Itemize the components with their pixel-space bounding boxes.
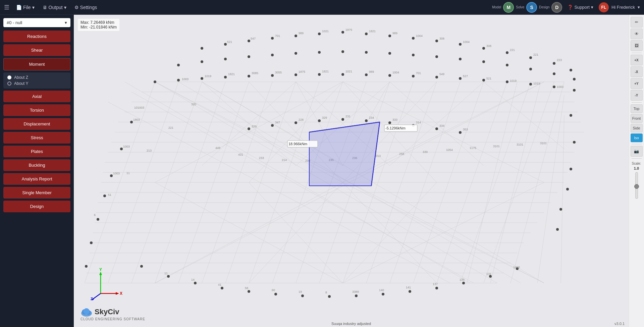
iso-label: Iso <box>634 136 639 140</box>
svg-point-105 <box>412 54 415 56</box>
output-chevron: ▾ <box>64 5 66 10</box>
edit-btn[interactable]: ✏ <box>631 17 643 28</box>
svg-text:308: 308 <box>486 44 491 48</box>
solve-mode-btn[interactable]: S <box>526 2 537 13</box>
svg-point-81 <box>271 37 274 40</box>
svg-point-135 <box>103 195 106 197</box>
reactions-btn[interactable]: Reactions <box>3 31 70 42</box>
svg-text:1004: 1004 <box>392 71 399 74</box>
stress-btn[interactable]: Stress <box>3 132 70 144</box>
scale-label: Scale: <box>632 162 641 165</box>
min-value-label: Min: -21.01846 kNm <box>80 25 117 30</box>
svg-point-111 <box>553 72 555 75</box>
svg-point-104 <box>388 52 391 55</box>
support-btn[interactable]: ❓ Support ▾ <box>568 5 593 10</box>
svg-text:3085: 3085 <box>252 71 258 75</box>
svg-text:339: 339 <box>423 150 428 154</box>
output-icon: 🖥 <box>43 5 47 10</box>
svg-text:334: 334 <box>439 124 444 127</box>
torsion-btn[interactable]: Torsion <box>3 104 70 116</box>
right-toolbar: ✏ 👁 🖼 +X -X +Y -Y Top Front Side <box>629 15 644 327</box>
svg-point-90 <box>482 47 485 50</box>
svg-point-121 <box>341 73 344 76</box>
user-btn[interactable]: FL Hi Frederick ▾ <box>599 2 640 12</box>
file-menu[interactable]: 📄 File ▾ <box>16 5 35 10</box>
svg-point-165 <box>409 290 411 293</box>
viewport[interactable]: Max: 7.26469 kNm Min: -21.01846 kNm <box>74 15 629 327</box>
svg-text:1821: 1821 <box>322 70 329 73</box>
about-z-radio[interactable]: About Z <box>7 75 66 80</box>
image-btn[interactable]: 🖼 <box>631 40 643 51</box>
top-label: Top <box>634 107 640 111</box>
buckling-btn[interactable]: Buckling <box>3 159 70 171</box>
scale-slider-thumb[interactable] <box>634 184 639 189</box>
svg-text:1875: 1875 <box>345 28 352 32</box>
svg-point-161 <box>301 294 304 297</box>
single-member-btn[interactable]: Single Member <box>3 187 70 199</box>
svg-text:1003: 1003 <box>123 145 130 148</box>
svg-point-107 <box>459 58 462 60</box>
svg-text:1003: 1003 <box>557 85 564 89</box>
settings-menu[interactable]: ⚙ Settings <box>74 5 97 10</box>
moment-btn[interactable]: Moment <box>3 58 70 70</box>
axial-btn[interactable]: Axial <box>3 91 70 102</box>
model-mode-btn[interactable]: M <box>503 2 514 13</box>
iso-view-btn[interactable]: Iso <box>631 133 643 142</box>
about-z-circle <box>7 75 11 79</box>
design-btn[interactable]: Design <box>3 201 70 212</box>
top-view-btn[interactable]: Top <box>631 104 643 113</box>
svg-text:329: 329 <box>322 116 327 119</box>
plus-x-btn[interactable]: +X <box>631 55 643 65</box>
svg-point-146 <box>271 124 274 127</box>
svg-point-151 <box>388 121 391 124</box>
user-initials: FL <box>601 5 606 10</box>
user-avatar: FL <box>599 2 609 12</box>
camera-btn[interactable]: 📷 <box>631 146 643 157</box>
side-label: Side <box>633 126 640 130</box>
svg-point-91 <box>506 51 508 54</box>
scale-slider[interactable] <box>635 172 638 199</box>
svg-point-96 <box>201 60 203 63</box>
design-mode-btn[interactable]: D <box>551 2 562 13</box>
svg-text:547: 547 <box>251 37 256 40</box>
displacement-btn[interactable]: Displacement <box>3 118 70 130</box>
about-y-radio[interactable]: About Y <box>7 81 66 86</box>
svg-text:1803: 1803 <box>133 118 140 121</box>
svg-point-137 <box>90 241 93 244</box>
svg-text:223: 223 <box>557 58 562 62</box>
svg-point-79 <box>224 43 227 46</box>
svg-text:135: 135 <box>460 278 465 281</box>
dropdown-value: #0 - null <box>7 20 22 25</box>
svg-text:989: 989 <box>392 32 397 35</box>
about-y-circle <box>7 81 11 86</box>
svg-text:234: 234 <box>369 116 374 119</box>
model-mode-label: Model <box>492 5 501 9</box>
svg-point-115 <box>201 77 203 80</box>
svg-point-110 <box>529 68 532 70</box>
visibility-btn[interactable]: 👁 <box>631 29 643 39</box>
plates-btn[interactable]: Plates <box>3 146 70 157</box>
output-menu[interactable]: 🖥 Output ▾ <box>43 5 66 10</box>
svg-text:6: 6 <box>94 213 96 217</box>
dropdown-chevron: ▾ <box>65 20 67 25</box>
skyciv-cloud-icon <box>80 307 93 317</box>
navbar-right: Model M Solve S Design D ❓ Support ▾ <box>492 2 640 13</box>
front-view-btn[interactable]: Front <box>631 114 643 123</box>
sidebar: #0 - null ▾ Reactions Shear Moment About… <box>0 15 74 327</box>
svg-text:221: 221 <box>168 126 173 129</box>
svg-text:221: 221 <box>533 53 538 56</box>
svg-point-89 <box>459 43 462 46</box>
load-case-dropdown[interactable]: #0 - null ▾ <box>3 18 70 27</box>
minus-y-btn[interactable]: -Y <box>631 90 643 101</box>
svg-text:221: 221 <box>510 48 515 52</box>
skyciv-tagline: Cloud Engineering Software <box>80 317 145 321</box>
shear-btn[interactable]: Shear <box>3 44 70 56</box>
side-view-btn[interactable]: Side <box>631 124 643 132</box>
eye-icon: 👁 <box>635 32 639 36</box>
svg-text:258: 258 <box>399 152 404 156</box>
menu-icon[interactable]: ☰ <box>4 4 9 11</box>
minus-x-btn[interactable]: -X <box>631 66 643 77</box>
analysis-report-btn[interactable]: Analysis Report <box>3 173 70 185</box>
plus-y-btn[interactable]: +Y <box>631 78 643 89</box>
design-mode-label: Design <box>539 5 549 9</box>
